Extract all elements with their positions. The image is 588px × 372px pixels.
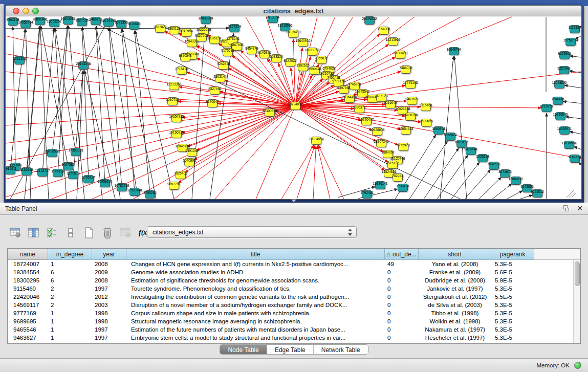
graph-node[interactable]: 3393178 bbox=[6, 18, 19, 26]
graph-node[interactable]: 1527602 bbox=[75, 18, 89, 26]
graph-node[interactable]: 8322037 bbox=[284, 59, 297, 67]
graph-node[interactable]: 2031356 bbox=[13, 57, 26, 64]
graph-node[interactable]: 3915911 bbox=[6, 167, 17, 174]
table-row[interactable]: 946362711997Embryonic stem cells: a mode… bbox=[8, 334, 573, 342]
graph-node[interactable]: 15640910 bbox=[296, 39, 311, 47]
graph-node[interactable]: 10653287 bbox=[61, 17, 76, 25]
column-header-short[interactable]: short bbox=[419, 249, 491, 260]
scrollbar-thumb[interactable] bbox=[575, 261, 580, 286]
column-header-out_de[interactable]: △out_de... bbox=[385, 249, 419, 260]
graph-node[interactable]: 9463627 bbox=[405, 97, 419, 105]
graph-node[interactable]: 9756928 bbox=[397, 143, 410, 151]
network-window-titlebar[interactable]: citations_edges.txt bbox=[6, 6, 581, 16]
show-columns-icon[interactable] bbox=[27, 226, 40, 240]
graph-node[interactable]: 8912954 bbox=[180, 29, 193, 37]
graph-node[interactable]: 1792461 bbox=[360, 191, 374, 199]
graph-node[interactable]: 10958107 bbox=[98, 180, 113, 187]
float-panel-icon[interactable] bbox=[563, 205, 571, 213]
graph-node[interactable]: 7386372 bbox=[353, 105, 366, 113]
graph-node[interactable]: 17975105 bbox=[403, 81, 418, 89]
graph-node[interactable]: 7663822 bbox=[154, 25, 167, 33]
table-settings-icon[interactable] bbox=[8, 226, 22, 240]
close-panel-icon[interactable]: ✕ bbox=[577, 204, 583, 213]
graph-node[interactable]: 5958922 bbox=[444, 133, 457, 141]
graph-node[interactable]: 1640954 bbox=[432, 127, 445, 135]
graph-node[interactable]: 12213363 bbox=[167, 82, 182, 90]
graph-node[interactable]: 7955812 bbox=[315, 56, 328, 64]
tab-network-table[interactable]: Network Table bbox=[314, 345, 368, 355]
row-height-icon[interactable] bbox=[63, 226, 77, 240]
table-row[interactable]: 1938455462009Genome-wide association stu… bbox=[8, 268, 573, 276]
graph-node[interactable]: 9474444 bbox=[464, 147, 477, 155]
graph-node[interactable]: 1244415 bbox=[551, 97, 564, 105]
graph-node[interactable]: 5491549 bbox=[185, 149, 199, 157]
graph-node[interactable]: 6497568 bbox=[337, 86, 351, 94]
column-header-pagerank[interactable]: pagerank bbox=[491, 249, 534, 260]
graph-node[interactable]: 14055714 bbox=[18, 20, 33, 28]
graph-node[interactable]: 12093822 bbox=[552, 81, 567, 89]
graph-node[interactable]: 1615132 bbox=[386, 161, 399, 169]
graph-node[interactable]: 9175685 bbox=[221, 49, 234, 56]
graph-node[interactable]: 9857791 bbox=[167, 182, 181, 190]
table-selector-dropdown[interactable]: citations_edges.txt bbox=[147, 226, 357, 238]
graph-node[interactable]: 9699695 bbox=[420, 119, 433, 127]
graph-node[interactable]: 9129966 bbox=[558, 52, 571, 59]
table-row[interactable]: 1872400712008Changes of HCN gene express… bbox=[8, 260, 573, 268]
graph-node[interactable]: 20206536 bbox=[45, 149, 60, 157]
table-row[interactable]: 2242004622012Investigating the contribut… bbox=[8, 293, 573, 301]
network-canvas[interactable]: 3393178140557142089140610553257106532871… bbox=[6, 16, 581, 199]
graph-node[interactable]: 19654923 bbox=[399, 127, 413, 135]
graph-node[interactable]: 8186328 bbox=[208, 36, 221, 44]
graph-node[interactable]: 2718120 bbox=[175, 67, 188, 75]
graph-node[interactable]: 8215955 bbox=[540, 104, 553, 112]
graph-node[interactable]: 1640995 bbox=[183, 159, 196, 166]
graph-node[interactable]: 17016504 bbox=[562, 141, 577, 149]
graph-node[interactable]: 1733426 bbox=[396, 184, 409, 192]
graph-node[interactable]: 2935114 bbox=[476, 155, 489, 162]
graph-node[interactable]: 7625402 bbox=[174, 171, 187, 179]
graph-node[interactable]: 19384554 bbox=[309, 137, 324, 145]
graph-node[interactable]: 8427552 bbox=[208, 87, 222, 95]
graph-node[interactable]: 1145193 bbox=[52, 169, 64, 177]
graph-node[interactable]: 6879197 bbox=[455, 140, 468, 148]
table-row[interactable]: 977716911998Corpus callosum shape and si… bbox=[8, 309, 573, 317]
graph-node[interactable]: 9671355 bbox=[115, 20, 128, 28]
graph-node[interactable]: 10553257 bbox=[47, 19, 62, 27]
graph-node[interactable]: 16961758 bbox=[305, 48, 320, 56]
column-header-name[interactable]: name bbox=[8, 249, 48, 260]
resize-grip-icon[interactable] bbox=[567, 190, 576, 198]
graph-node[interactable]: 19166825 bbox=[169, 130, 184, 138]
graph-node[interactable]: 9466161 bbox=[89, 17, 102, 25]
graph-node[interactable]: 7485003 bbox=[399, 66, 412, 74]
graph-node[interactable]: 16648794 bbox=[447, 48, 462, 55]
graph-node[interactable]: 19654935 bbox=[169, 115, 184, 122]
table-row[interactable]: 969969511998Structural magnetic resonanc… bbox=[8, 317, 573, 325]
table-row[interactable]: 1830029562008Estimation of significance … bbox=[8, 276, 573, 285]
tab-edge-table[interactable]: Edge Table bbox=[267, 345, 314, 355]
graph-node[interactable]: 1156869 bbox=[20, 168, 33, 176]
delete-column-icon[interactable] bbox=[100, 226, 114, 240]
graph-node[interactable]: 7632621 bbox=[487, 162, 500, 170]
column-header-year[interactable]: year bbox=[92, 249, 126, 260]
select-columns-icon[interactable] bbox=[45, 226, 59, 240]
graph-node[interactable]: 1112837 bbox=[569, 26, 581, 33]
column-header-in_degree[interactable]: in_degree bbox=[48, 249, 92, 260]
new-table-icon[interactable] bbox=[82, 226, 96, 240]
graph-node[interactable]: 9115460 bbox=[420, 103, 432, 111]
graph-node[interactable]: 8795265 bbox=[143, 191, 157, 199]
splitter-collapse-handle[interactable] bbox=[291, 200, 296, 202]
graph-node[interactable]: 7857224 bbox=[228, 25, 241, 32]
table-row[interactable]: 946554611997Estimation of the future num… bbox=[8, 325, 573, 334]
graph-node[interactable]: 15692971 bbox=[557, 127, 572, 135]
graph-node[interactable]: 9890548 bbox=[179, 54, 192, 61]
graph-node[interactable]: 10688609 bbox=[370, 128, 385, 136]
graph-node[interactable]: 20876822 bbox=[362, 17, 377, 25]
graph-node[interactable]: 252254 bbox=[392, 174, 403, 182]
graph-node[interactable]: 1795727 bbox=[82, 176, 95, 183]
graph-node[interactable]: 20891406 bbox=[33, 17, 48, 25]
graph-node[interactable]: 17359923 bbox=[69, 148, 83, 156]
graph-node[interactable]: 8813054 bbox=[266, 16, 279, 23]
table-scrollbar[interactable] bbox=[573, 260, 580, 343]
tab-node-table[interactable]: Node Table bbox=[220, 345, 267, 355]
graph-node[interactable]: 1588520 bbox=[270, 55, 283, 62]
